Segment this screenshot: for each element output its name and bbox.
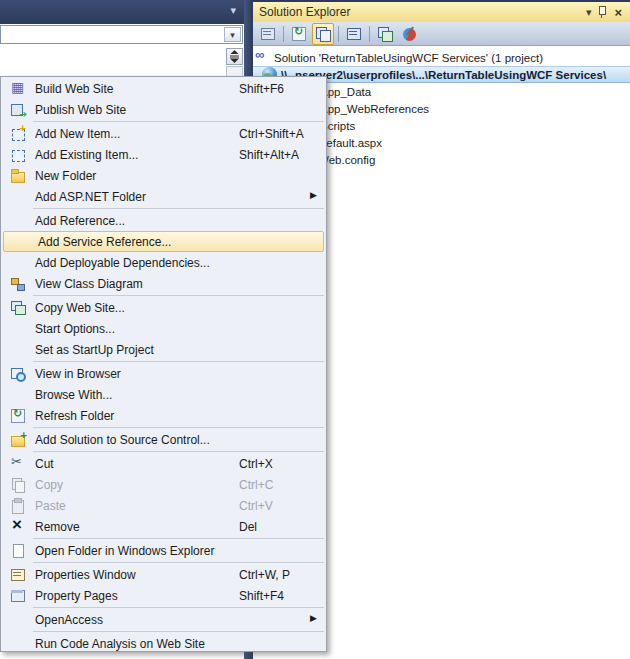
menu-item-shortcut: Del	[239, 520, 257, 534]
menu-item-open-folder-in-windows-explorer[interactable]: Open Folder in Windows Explorer	[1, 540, 326, 561]
add-new-icon	[10, 126, 26, 142]
menu-item-label: Publish Web Site	[35, 103, 239, 117]
menu-separator	[33, 295, 324, 296]
refresh-icon	[10, 408, 26, 424]
aspnet-configuration-icon	[403, 28, 416, 41]
menu-separator	[33, 607, 324, 608]
class-diagram-icon	[10, 276, 26, 292]
menu-item-label: Browse With...	[35, 388, 239, 402]
editor-navigation-dropdown[interactable]: ▾	[0, 25, 243, 44]
menu-item-label: Run Code Analysis on Web Site	[35, 637, 239, 651]
menu-item-label: Cut	[35, 457, 239, 471]
menu-icon-column	[1, 147, 35, 163]
menu-item-cut[interactable]: CutCtrl+X	[1, 453, 326, 474]
context-menu: Build Web SiteShift+F6Publish Web SiteAd…	[0, 76, 327, 652]
prop-pages-icon	[10, 588, 26, 604]
menu-item-label: Add Service Reference...	[38, 235, 242, 249]
menu-item-label: Open Folder in Windows Explorer	[35, 544, 239, 558]
publish-icon	[10, 102, 26, 118]
menu-icon-column	[1, 300, 35, 316]
aspnet-configuration-button[interactable]	[398, 23, 420, 45]
menu-item-shortcut: Ctrl+X	[239, 457, 273, 471]
menu-item-label: Set as StartUp Project	[35, 343, 239, 357]
tree-item-label: App_WebReferences	[320, 103, 429, 115]
menu-item-new-folder[interactable]: New Folder	[1, 165, 326, 186]
menu-item-label: View in Browser	[35, 367, 239, 381]
tree-item-label: Solution 'ReturnTableUsingWCF Services' …	[274, 52, 543, 64]
toolbar-separator	[283, 26, 284, 42]
menu-item-label: New Folder	[35, 169, 239, 183]
copy-web-site-icon	[377, 26, 393, 42]
tree-item-solution-returntableusingwcf-services-1-[interactable]: Solution 'ReturnTableUsingWCF Services' …	[253, 49, 630, 66]
toolbar-separator	[369, 26, 370, 42]
dropdown-arrow-icon[interactable]: ▾	[224, 27, 241, 42]
menu-item-browse-with[interactable]: Browse With...	[1, 384, 326, 405]
menu-item-publish-web-site[interactable]: Publish Web Site	[1, 99, 326, 120]
menu-item-openaccess[interactable]: OpenAccess▶	[1, 609, 326, 630]
pin-icon[interactable]	[598, 6, 607, 19]
menu-item-label: Add Solution to Source Control...	[35, 433, 239, 447]
menu-item-start-options[interactable]: Start Options...	[1, 318, 326, 339]
menu-separator	[33, 427, 324, 428]
refresh-icon	[291, 26, 307, 42]
menu-icon-column	[1, 102, 35, 118]
menu-item-copy-web-site[interactable]: Copy Web Site...	[1, 297, 326, 318]
menu-item-set-as-startup-project[interactable]: Set as StartUp Project	[1, 339, 326, 360]
menu-item-property-pages[interactable]: Property PagesShift+F4	[1, 585, 326, 606]
menu-item-refresh-folder[interactable]: Refresh Folder	[1, 405, 326, 426]
menu-item-view-class-diagram[interactable]: View Class Diagram	[1, 273, 326, 294]
menu-item-add-new-item[interactable]: Add New Item...Ctrl+Shift+A	[1, 123, 326, 144]
nest-related-files-icon	[315, 26, 331, 42]
menu-item-label: Properties Window	[35, 568, 239, 582]
refresh-button[interactable]	[288, 23, 310, 45]
menu-item-shortcut: Ctrl+C	[239, 478, 273, 492]
menu-item-label: Copy	[35, 478, 239, 492]
menu-item-add-deployable-dependencies[interactable]: Add Deployable Dependencies...	[1, 252, 326, 273]
menu-icon-column	[1, 498, 35, 514]
menu-item-add-asp-net-folder[interactable]: Add ASP.NET Folder▶	[1, 186, 326, 207]
menu-item-add-service-reference[interactable]: Add Service Reference...	[3, 231, 324, 252]
menu-item-add-existing-item[interactable]: Add Existing Item...Shift+Alt+A	[1, 144, 326, 165]
menu-icon-column	[1, 456, 35, 472]
menu-item-view-in-browser[interactable]: View in Browser	[1, 363, 326, 384]
menu-item-label: Start Options...	[35, 322, 239, 336]
menu-icon-column	[1, 477, 35, 493]
menu-icon-column	[1, 276, 35, 292]
tree-item-label: \\--nserver2\userprofiles\...\ReturnTabl…	[281, 69, 606, 81]
properties-button[interactable]	[257, 23, 279, 45]
menu-item-label: Add Existing Item...	[35, 148, 239, 162]
menu-item-add-reference[interactable]: Add Reference...	[1, 210, 326, 231]
remove-icon	[10, 519, 26, 535]
menu-icon-column	[1, 519, 35, 535]
menu-item-label: Add New Item...	[35, 127, 239, 141]
vs-ide-window: ▾ ▾ Solution Explorer ▾ ×	[0, 0, 630, 659]
menu-item-label: Add ASP.NET Folder	[35, 190, 239, 204]
window-position-menu-icon[interactable]: ▾	[586, 7, 592, 18]
view-designer-button[interactable]	[343, 23, 365, 45]
copy-web-site-button[interactable]	[374, 23, 396, 45]
menu-icon-column	[1, 126, 35, 142]
toolbar-separator	[338, 26, 339, 42]
menu-item-add-solution-to-source-control[interactable]: Add Solution to Source Control...	[1, 429, 326, 450]
menu-item-shortcut: Ctrl+W, P	[239, 568, 290, 582]
menu-item-properties-window[interactable]: Properties WindowCtrl+W, P	[1, 564, 326, 585]
menu-separator	[33, 538, 324, 539]
menu-item-build-web-site[interactable]: Build Web SiteShift+F6	[1, 78, 326, 99]
menu-item-label: Copy Web Site...	[35, 301, 239, 315]
copy-web-icon	[10, 300, 26, 316]
nest-related-files-button[interactable]	[312, 23, 334, 45]
editor-splitter-handle[interactable]	[226, 48, 243, 65]
menu-separator	[33, 208, 324, 209]
menu-icon-column	[1, 81, 35, 97]
chevron-down-icon[interactable]: ▾	[230, 4, 236, 17]
menu-separator	[33, 121, 324, 122]
submenu-arrow-icon: ▶	[310, 190, 317, 200]
menu-item-label: Property Pages	[35, 589, 239, 603]
menu-icon-column	[1, 408, 35, 424]
menu-item-run-code-analysis-on-web-site[interactable]: Run Code Analysis on Web Site	[1, 633, 326, 654]
menu-item-label: View Class Diagram	[35, 277, 239, 291]
copy-icon	[10, 477, 26, 493]
menu-item-remove[interactable]: RemoveDel	[1, 516, 326, 537]
close-icon[interactable]: ×	[614, 6, 622, 19]
menu-item-label: Add Deployable Dependencies...	[35, 256, 239, 270]
